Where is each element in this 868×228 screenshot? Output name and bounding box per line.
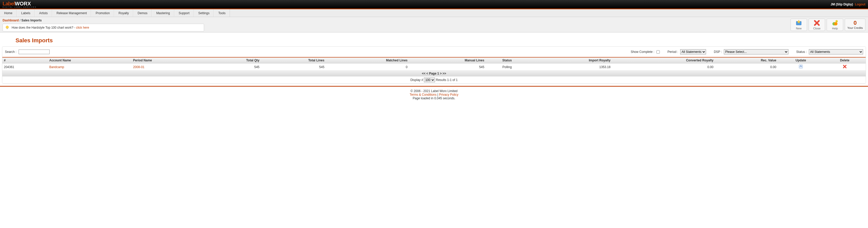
cell-rec-value: 0.00 — [715, 64, 778, 71]
cell-total-lines: 545 — [261, 64, 326, 71]
period-select[interactable]: All Statements — [680, 49, 706, 54]
nav-mastering[interactable]: Mastering — [152, 9, 175, 17]
help-button[interactable]: ? Help — [827, 18, 843, 31]
status-label: Status : — [796, 50, 807, 54]
tip-link[interactable]: click here — [76, 26, 89, 29]
logo-label-text: Label — [3, 1, 15, 7]
logout-link[interactable]: Logout — [855, 3, 865, 6]
search-label: Search : — [5, 50, 17, 54]
status-select[interactable]: All Statements — [809, 49, 863, 54]
search-input[interactable] — [19, 49, 50, 54]
cell-status: Polling — [486, 64, 528, 71]
current-user: JM (Slip Digby) — [831, 3, 853, 6]
col-converted-royalty[interactable]: Converted Royalty — [612, 57, 715, 64]
search-group: Search : — [5, 49, 50, 54]
col-status[interactable]: Status — [486, 57, 528, 64]
table-row: 204361 Bandcamp 2008-01 545 545 0 545 Po… — [2, 64, 866, 71]
tip-message: How does the Hardstyle Top 100 chart wor… — [11, 26, 76, 29]
help-icon: ? — [832, 20, 838, 26]
footer-terms-link[interactable]: Terms & Conditions — [410, 93, 437, 97]
cell-id: 204361 — [2, 64, 48, 71]
page-title: Sales Imports — [0, 33, 868, 46]
col-id[interactable]: # — [2, 57, 48, 64]
logo: LabelWORX DIGITAL LABEL SERVICES — [3, 1, 36, 8]
sales-imports-panel: Search : Show Complete : Period : All St… — [2, 46, 866, 84]
close-label: Close — [813, 27, 820, 30]
status-group: Status : All Statements — [796, 49, 863, 54]
display-select[interactable]: 100 — [424, 78, 435, 82]
cell-account: Bandcamp — [48, 64, 131, 71]
footer-privacy-link[interactable]: Privacy Policy — [439, 93, 459, 97]
nav-release-management[interactable]: Release Management — [52, 9, 91, 17]
tip-text: How does the Hardstyle Top 100 chart wor… — [11, 26, 89, 29]
display-label: Display # — [410, 78, 423, 82]
dsp-group: DSP : Please Select... — [714, 49, 788, 54]
nav-demos[interactable]: Demos — [133, 9, 152, 17]
breadcrumb-dashboard[interactable]: Dashboard — [3, 18, 19, 22]
credits-label: Your Credits — [847, 26, 863, 29]
period-link[interactable]: 2008-01 — [133, 65, 145, 69]
svg-text:?: ? — [836, 21, 837, 23]
period-group: Period : All Statements — [668, 49, 706, 54]
nav-promotion[interactable]: Promotion — [91, 9, 114, 17]
svg-rect-1 — [7, 28, 8, 29]
cell-converted-royalty: 0.00 — [612, 64, 715, 71]
dsp-label: DSP : — [714, 50, 722, 54]
breadcrumb: Dashboard / Sales Imports — [3, 18, 790, 22]
footer-loaded: Page loaded in 0.045 seconds. — [3, 97, 865, 100]
col-rec-value[interactable]: Rec. Value — [715, 57, 778, 64]
credits-count: 0 — [854, 20, 857, 26]
new-icon — [796, 20, 802, 26]
logo-worx-text: WORX — [15, 1, 31, 7]
cell-update — [778, 64, 824, 71]
nav-home[interactable]: Home — [0, 9, 17, 17]
col-total-lines[interactable]: Total Lines — [261, 57, 326, 64]
display-row: Display # 100 Results 1-1 of 1 — [2, 77, 866, 83]
breadcrumb-current: Sales Imports — [22, 18, 42, 22]
cell-matched-lines: 0 — [326, 64, 409, 71]
svg-point-0 — [6, 26, 9, 29]
action-buttons: New Close ? Help 0 Your Credits — [790, 18, 865, 31]
close-icon — [813, 20, 820, 26]
col-delete: Delete — [824, 57, 866, 64]
nav-labels[interactable]: Labels — [17, 9, 35, 17]
footer-sep: | — [437, 93, 439, 97]
nav-royalty[interactable]: Royalty — [114, 9, 133, 17]
main-nav: Home Labels Artists Release Management P… — [0, 9, 868, 17]
update-icon[interactable] — [799, 65, 803, 69]
pager-row: << < Page 1 > >> — [2, 71, 866, 77]
topbar: LabelWORX DIGITAL LABEL SERVICES JM (Sli… — [0, 0, 868, 9]
logo-subtitle: DIGITAL LABEL SERVICES — [3, 6, 36, 8]
help-label: Help — [832, 27, 838, 30]
filter-bar: Search : Show Complete : Period : All St… — [2, 47, 866, 57]
col-matched-lines[interactable]: Matched Lines — [326, 57, 409, 64]
nav-support[interactable]: Support — [175, 9, 194, 17]
cell-period: 2008-01 — [131, 64, 206, 71]
new-label: New — [796, 27, 802, 30]
nav-tools[interactable]: Tools — [214, 9, 230, 17]
show-complete-checkbox[interactable] — [656, 50, 660, 54]
col-update: Update — [778, 57, 824, 64]
new-button[interactable]: New — [790, 18, 807, 31]
col-import-royalty[interactable]: Import Royalty — [528, 57, 612, 64]
cell-import-royalty: 1353.18 — [528, 64, 612, 71]
dsp-select[interactable]: Please Select... — [724, 49, 788, 54]
lightbulb-icon — [5, 25, 9, 30]
col-account[interactable]: Account Name — [48, 57, 131, 64]
col-manual-lines[interactable]: Manual Lines — [409, 57, 486, 64]
delete-icon[interactable] — [843, 65, 847, 69]
period-label: Period : — [668, 50, 678, 54]
pager[interactable]: << < Page 1 > >> — [2, 71, 866, 77]
account-link[interactable]: Bandcamp — [49, 65, 64, 69]
nav-artists[interactable]: Artists — [35, 9, 52, 17]
subheader: Dashboard / Sales Imports How does the H… — [0, 17, 868, 33]
nav-settings[interactable]: Settings — [194, 9, 214, 17]
footer: © 2006 - 2021 Label Worx Limited Terms &… — [0, 87, 868, 103]
col-period[interactable]: Period Name — [131, 57, 206, 64]
results-text: Results 1-1 of 1 — [436, 78, 458, 82]
cell-delete — [824, 64, 866, 71]
col-total-qty[interactable]: Total Qty — [206, 57, 261, 64]
credits-button[interactable]: 0 Your Credits — [845, 18, 865, 31]
tip-box: How does the Hardstyle Top 100 chart wor… — [3, 24, 204, 32]
close-button[interactable]: Close — [809, 18, 825, 31]
